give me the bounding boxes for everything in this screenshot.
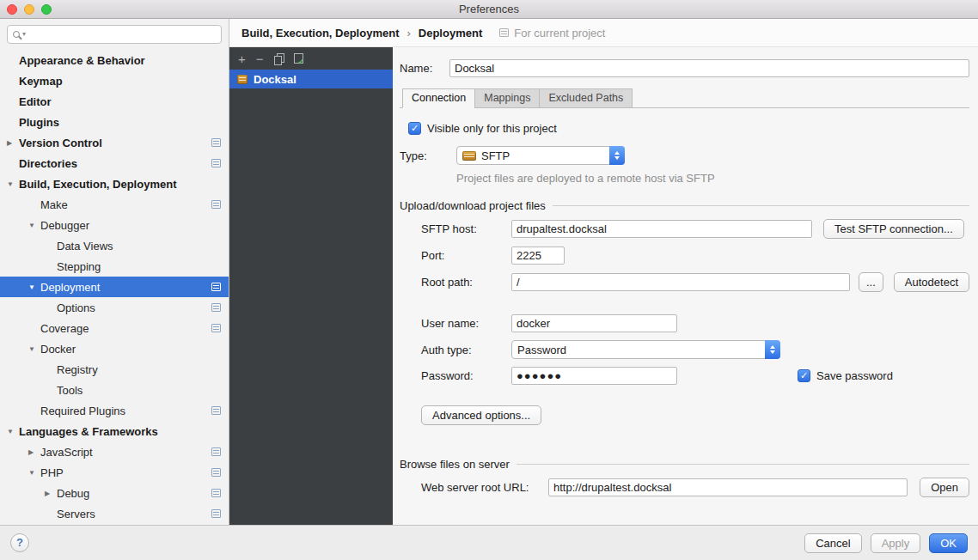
minimize-button[interactable] [24,4,34,15]
tree-expanded-arrow-icon[interactable]: ▼ [28,222,40,229]
save-password-checkbox[interactable]: ✓ [798,369,810,382]
sidebar-item-label: Directories [19,157,77,170]
save-password-label: Save password [816,369,893,382]
sidebar-item-appearance-behavior[interactable]: Appearance & Behavior [0,50,229,70]
user-name-label: User name: [421,317,511,330]
sidebar-item-debug[interactable]: ▶Debug [0,483,229,503]
sidebar-item-label: Keymap [19,75,63,88]
search-area: ▾ [0,19,229,48]
sidebar-item-version-control[interactable]: ▶Version Control [0,132,229,153]
set-default-server-button[interactable] [294,53,303,64]
tree-expanded-arrow-icon[interactable]: ▼ [7,180,19,188]
auth-type-dropdown[interactable]: Password [511,340,780,359]
sidebar-item-label: Version Control [19,137,102,149]
settings-search-box[interactable]: ▾ [7,25,222,44]
type-dropdown[interactable]: SFTP [456,146,625,165]
sidebar-item-keymap[interactable]: Keymap [0,70,229,91]
close-button[interactable] [7,4,17,15]
tab-connection[interactable]: Connection [402,88,475,108]
sidebar-item-options[interactable]: Options [0,297,229,318]
auth-type-row: Auth type: Password [421,340,969,359]
visible-project-checkbox[interactable]: ✓ [408,122,421,135]
sidebar-item-languages-frameworks[interactable]: ▼Languages & Frameworks [0,421,229,441]
sidebar-item-php[interactable]: ▼PHP [0,462,229,483]
tree-collapsed-arrow-icon[interactable]: ▶ [28,448,40,456]
tab-excluded-paths[interactable]: Excluded Paths [539,88,633,108]
ok-button[interactable]: OK [929,533,968,553]
root-path-label: Root path: [421,276,511,289]
tree-expanded-arrow-icon[interactable]: ▼ [28,469,40,477]
visible-project-label: Visible only for this project [427,122,557,135]
sidebar-item-docker[interactable]: ▼Docker [0,338,229,359]
browse-root-path-button[interactable]: ... [859,272,883,292]
settings-tabs: Connection Mappings Excluded Paths [400,88,969,108]
sidebar-item-data-views[interactable]: Data Views [0,235,229,256]
sidebar-item-label: Servers [57,508,95,520]
auth-type-label: Auth type: [421,344,511,356]
user-name-input[interactable] [511,314,677,332]
sidebar-item-tools[interactable]: Tools [0,380,229,400]
visible-project-row: ✓ Visible only for this project [408,122,969,135]
copy-server-button[interactable] [274,53,284,64]
sidebar-item-registry[interactable]: Registry [0,359,229,380]
sidebar-item-debugger[interactable]: ▼Debugger [0,215,229,235]
sidebar-item-make[interactable]: Make [0,194,229,215]
name-input[interactable] [449,59,969,77]
tree-collapsed-arrow-icon[interactable]: ▶ [7,139,19,147]
type-hint: Project files are deployed to a remote h… [456,172,969,185]
sidebar-item-build-execution-deployment[interactable]: ▼Build, Execution, Deployment [0,173,229,194]
current-project-icon [211,324,221,332]
sidebar-item-label: Options [57,301,95,314]
cancel-button[interactable]: Cancel [804,533,861,553]
sidebar-item-coverage[interactable]: Coverage [0,318,229,338]
sidebar-item-javascript[interactable]: ▶JavaScript [0,441,229,462]
settings-search-input[interactable] [28,28,216,40]
breadcrumb-section[interactable]: Build, Execution, Deployment [241,27,399,40]
remove-server-button[interactable]: − [256,52,264,65]
sidebar-item-deployment[interactable]: ▼Deployment [0,277,229,297]
current-project-icon [211,489,221,497]
help-button[interactable]: ? [10,533,29,552]
web-root-input[interactable] [548,478,908,496]
browse-section-title: Browse files on server [400,458,510,471]
server-list-item[interactable]: Docksal [229,70,393,88]
sidebar-item-label: Registry [57,363,98,376]
tree-expanded-arrow-icon[interactable]: ▼ [28,345,40,353]
tree-expanded-arrow-icon[interactable]: ▼ [7,428,19,435]
upload-section-header: Upload/download project files [400,199,969,212]
open-button[interactable]: Open [920,478,969,497]
tree-collapsed-arrow-icon[interactable]: ▶ [45,490,57,497]
check-icon: ✓ [800,370,808,380]
window-title: Preferences [459,3,519,15]
sidebar-item-editor[interactable]: Editor [0,91,229,112]
search-options-chevron-icon[interactable]: ▾ [22,31,26,38]
zoom-button[interactable] [41,4,52,15]
test-sftp-connection-button[interactable]: Test SFTP connection... [823,219,964,239]
sidebar-item-label: Tools [57,384,83,397]
apply-button[interactable]: Apply [871,533,921,553]
autodetect-button[interactable]: Autodetect [894,272,969,292]
tree-expanded-arrow-icon[interactable]: ▼ [28,283,40,291]
server-list-panel: + − Docksal [229,47,393,525]
port-label: Port: [421,249,511,262]
sidebar-item-servers[interactable]: Servers [0,503,229,524]
current-project-icon [211,303,221,312]
server-group-icon [237,75,248,84]
name-row: Name: [400,59,969,77]
server-toolbar: + − [229,47,393,70]
sidebar-item-plugins[interactable]: Plugins [0,112,229,132]
password-input[interactable] [511,367,677,385]
scope-label: For current project [514,27,605,40]
tab-mappings[interactable]: Mappings [474,88,540,108]
sidebar-item-directories[interactable]: Directories [0,153,229,173]
root-path-input[interactable] [511,273,850,291]
browse-section-header: Browse files on server [400,458,969,471]
add-server-button[interactable]: + [238,52,246,65]
sftp-host-input[interactable] [511,220,812,238]
sidebar-item-required-plugins[interactable]: Required Plugins [0,400,229,421]
port-row: Port: [421,247,969,265]
sidebar-item-stepping[interactable]: Stepping [0,256,229,277]
port-input[interactable] [511,247,565,265]
advanced-options-button[interactable]: Advanced options... [421,405,541,425]
type-value: SFTP [481,149,510,162]
